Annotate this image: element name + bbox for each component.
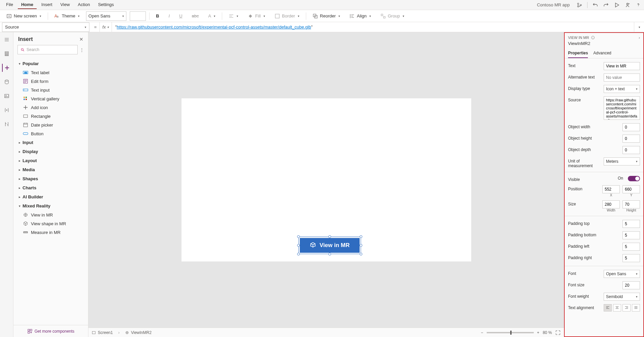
get-more-components-button[interactable]: Get more components: [13, 325, 88, 337]
font-select[interactable]: Open Sans▾: [86, 11, 126, 21]
tab-properties[interactable]: Properties: [568, 49, 588, 58]
fit-screen-icon[interactable]: [555, 330, 561, 335]
align-right-button[interactable]: [622, 304, 631, 311]
item-vertical-gallery[interactable]: Vertical gallery: [15, 94, 86, 103]
prop-fontsize-input[interactable]: [622, 281, 640, 289]
cat-media[interactable]: ▸Media: [15, 165, 86, 174]
prop-objw-label: Object width: [568, 123, 620, 129]
prop-visible-toggle[interactable]: [628, 176, 640, 181]
source-control-icon[interactable]: [576, 2, 582, 8]
breadcrumb: Screen1 › ViewInMR2 − + 80 %: [88, 328, 564, 337]
zoom-out-button[interactable]: −: [481, 330, 483, 335]
theme-button[interactable]: Aa Theme▾: [51, 12, 83, 20]
prop-padl-input[interactable]: [622, 243, 640, 251]
cat-input[interactable]: ▸Input: [15, 138, 86, 147]
view-in-mr-control[interactable]: View in MR: [300, 238, 360, 253]
prop-pos-x-input[interactable]: [602, 185, 620, 193]
prop-objd-input[interactable]: [622, 146, 640, 154]
zoom-in-button[interactable]: +: [537, 330, 539, 335]
item-view-in-mr[interactable]: View in MR: [15, 210, 86, 219]
prop-source-input[interactable]: [604, 96, 640, 120]
new-screen-button[interactable]: New screen▾: [3, 12, 44, 20]
item-date-picker[interactable]: Date picker: [15, 121, 86, 129]
cat-layout[interactable]: ▸Layout: [15, 156, 86, 165]
bold-button[interactable]: B: [153, 12, 162, 20]
help-icon[interactable]: [635, 2, 641, 8]
prop-objw-input[interactable]: [622, 123, 640, 131]
border-button[interactable]: Border▾: [272, 12, 303, 20]
insert-search-input[interactable]: Search: [17, 45, 78, 54]
cat-popular[interactable]: ▾Popular: [15, 59, 86, 68]
fx-label[interactable]: fx▾: [99, 22, 112, 32]
align-button[interactable]: Align▾: [347, 12, 374, 20]
align-center-button[interactable]: [613, 304, 621, 311]
italic-button[interactable]: I: [166, 12, 173, 20]
prop-display-type-select[interactable]: Icon + text▾: [604, 85, 640, 93]
play-icon[interactable]: [614, 2, 620, 8]
prop-objh-input[interactable]: [622, 135, 640, 143]
prop-text-input[interactable]: [604, 62, 640, 70]
prop-unit-select[interactable]: Meters▾: [604, 157, 640, 165]
item-text-label[interactable]: AbText label: [15, 68, 86, 77]
rail-insert-icon[interactable]: [2, 64, 11, 72]
group-button[interactable]: Group▾: [377, 12, 407, 20]
underline-button[interactable]: U: [176, 12, 185, 20]
strike-button[interactable]: abc: [189, 12, 202, 20]
cat-ai[interactable]: ▸AI Builder: [15, 192, 86, 201]
prop-width-input[interactable]: [602, 200, 620, 208]
breadcrumb-control[interactable]: ViewInMR2: [125, 330, 152, 335]
item-measure-in-mr[interactable]: Measure in MR: [15, 228, 86, 237]
share-icon[interactable]: [625, 2, 631, 8]
item-rectangle[interactable]: Rectangle: [15, 112, 86, 121]
menu-action[interactable]: Action: [75, 1, 93, 9]
item-add-icon[interactable]: Add icon: [15, 103, 86, 112]
menu-view[interactable]: View: [57, 1, 73, 9]
menu-file[interactable]: File: [3, 1, 16, 9]
text-align-button[interactable]: ▾: [226, 12, 241, 20]
prop-fontweight-select[interactable]: Semibold▾: [604, 293, 640, 301]
formula-input[interactable]: "https://raw.githubusercontent.com/micro…: [112, 22, 634, 32]
redo-icon[interactable]: [603, 2, 609, 8]
item-view-shape-in-mr[interactable]: View shape in MR: [15, 219, 86, 228]
info-icon[interactable]: [591, 36, 595, 40]
tab-advanced[interactable]: Advanced: [593, 49, 611, 58]
formula-expand-button[interactable]: ▾: [634, 22, 644, 32]
rail-hamburger-icon[interactable]: [3, 36, 11, 44]
collapse-panel-icon[interactable]: ›: [639, 36, 640, 40]
prop-padb-input[interactable]: [622, 231, 640, 239]
menu-home[interactable]: Home: [18, 1, 37, 9]
cat-display[interactable]: ▸Display: [15, 147, 86, 156]
align-left-button[interactable]: [604, 304, 612, 311]
prop-font-select[interactable]: Open Sans▾: [604, 270, 640, 278]
align-justify-button[interactable]: [632, 304, 640, 311]
rail-media-icon[interactable]: [3, 92, 11, 100]
cat-shapes[interactable]: ▸Shapes: [15, 174, 86, 183]
rail-tree-icon[interactable]: [3, 50, 11, 58]
rail-advanced-icon[interactable]: [3, 120, 11, 128]
cat-mr[interactable]: ▾Mixed Reality: [15, 201, 86, 210]
item-edit-form[interactable]: Edit form: [15, 77, 86, 86]
font-color-button[interactable]: A▾: [205, 12, 218, 20]
rail-data-icon[interactable]: [3, 78, 11, 86]
artboard[interactable]: View in MR: [182, 98, 471, 261]
breadcrumb-screen[interactable]: Screen1: [92, 330, 113, 335]
prop-padr-input[interactable]: [622, 254, 640, 262]
cat-charts[interactable]: ▸Charts: [15, 183, 86, 192]
insert-more-icon[interactable]: ⋮: [80, 47, 84, 52]
font-size-input[interactable]: [130, 11, 146, 21]
insert-pane-close-icon[interactable]: ✕: [79, 37, 83, 42]
zoom-slider[interactable]: [487, 332, 534, 333]
prop-padt-input[interactable]: [622, 220, 640, 228]
menu-settings[interactable]: Settings: [95, 1, 117, 9]
prop-alt-input[interactable]: [604, 74, 640, 82]
undo-icon[interactable]: [592, 2, 598, 8]
menu-insert[interactable]: Insert: [38, 1, 56, 9]
property-selector[interactable]: Source▾: [2, 22, 89, 32]
prop-pos-y-input[interactable]: [622, 185, 640, 193]
rail-variables-icon[interactable]: [3, 106, 11, 114]
fill-button[interactable]: Fill▾: [245, 12, 268, 20]
reorder-button[interactable]: Reorder▾: [310, 12, 343, 20]
item-text-input[interactable]: Text input: [15, 86, 86, 94]
item-button[interactable]: Button: [15, 129, 86, 138]
prop-height-input[interactable]: [622, 200, 640, 208]
